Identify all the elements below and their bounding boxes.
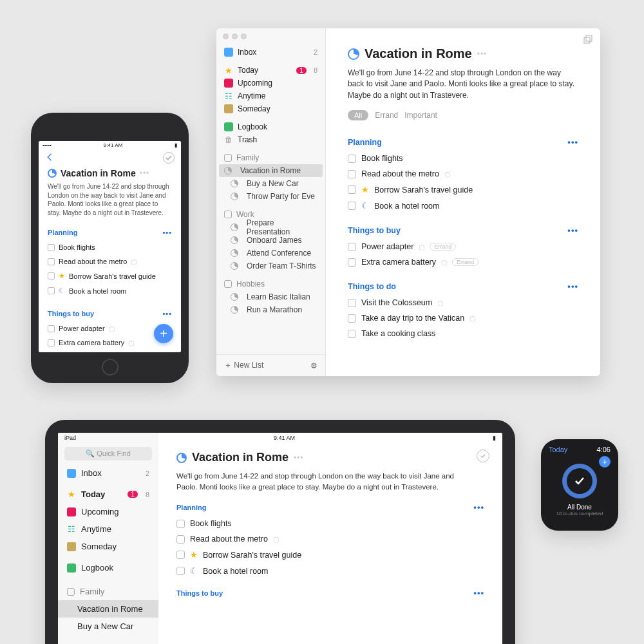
checkbox-icon[interactable] <box>176 535 185 544</box>
task-row[interactable]: Visit the Colosseum▢ <box>348 295 578 310</box>
sidebar-item-logbook[interactable]: Logbook <box>58 559 158 576</box>
section-planning-header[interactable]: Planning <box>348 138 382 147</box>
task-row[interactable]: Read about the metro▢ <box>348 166 578 182</box>
section-buy-header[interactable]: Things to buy <box>48 310 94 317</box>
checkbox-icon[interactable] <box>348 185 356 194</box>
section-buy-header[interactable]: Things to buy <box>176 589 223 597</box>
sidebar-item-upcoming[interactable]: Upcoming <box>216 77 325 90</box>
task-row[interactable]: Read about the metro▢ <box>176 531 484 547</box>
settings-icon[interactable]: ⚙ <box>310 361 317 370</box>
quick-find-input[interactable]: 🔍 Quick Find <box>64 447 152 460</box>
back-button[interactable] <box>45 153 54 164</box>
sidebar-item-logbook[interactable]: Logbook <box>216 120 325 133</box>
checkbox-icon[interactable] <box>348 258 356 267</box>
add-button[interactable]: + <box>599 456 611 468</box>
task-row[interactable]: ☾Book a hotel room <box>48 283 172 298</box>
task-row[interactable]: ★Borrow Sarah's travel guide <box>48 269 172 283</box>
sidebar-project[interactable]: Buy a New Car <box>216 177 325 190</box>
checkbox-icon[interactable] <box>348 299 356 307</box>
sidebar-item-upcoming[interactable]: Upcoming <box>58 503 158 520</box>
checkbox-icon[interactable] <box>48 244 55 251</box>
checkbox-icon[interactable] <box>48 258 55 265</box>
title-more-icon[interactable]: ••• <box>477 50 488 59</box>
checkbox-icon[interactable] <box>48 287 55 294</box>
sidebar-project[interactable]: Buy a New Car <box>58 618 158 635</box>
tag-filter-errand[interactable]: Errand <box>375 111 398 120</box>
share-icon[interactable] <box>583 35 592 46</box>
task-row[interactable]: Extra camera battery▢Errand <box>348 254 578 270</box>
sidebar-area-family[interactable]: Family <box>58 583 158 600</box>
sidebar-item-trash[interactable]: 🗑Trash <box>216 133 325 146</box>
task-row[interactable]: Take a cooking class <box>348 326 578 341</box>
task-row[interactable]: ☾Book a hotel room <box>176 563 484 579</box>
task-row[interactable]: Take a day trip to the Vatican▢ <box>348 310 578 326</box>
section-more-icon[interactable]: ••• <box>567 225 578 235</box>
home-button[interactable] <box>102 359 118 375</box>
section-more-icon[interactable]: ••• <box>162 310 172 317</box>
sidebar-project[interactable]: Prepare Presentation <box>216 221 325 234</box>
checkbox-icon[interactable] <box>48 272 55 279</box>
checkbox-icon[interactable] <box>348 170 356 178</box>
task-row[interactable]: Book flights <box>348 151 578 166</box>
sidebar-project-vacation[interactable]: Vacation in Rome <box>58 600 158 618</box>
checkbox-icon[interactable] <box>48 325 55 332</box>
checkbox-icon[interactable] <box>48 339 55 346</box>
check-circle-icon[interactable] <box>477 450 489 462</box>
task-row[interactable]: Book flights <box>176 516 484 531</box>
section-more-icon[interactable]: ••• <box>473 502 484 512</box>
add-task-button[interactable]: + <box>154 324 173 343</box>
task-row[interactable]: Read about the metro▢ <box>48 254 172 269</box>
section-more-icon[interactable]: ••• <box>567 137 578 147</box>
sidebar-item-anytime[interactable]: ☷Anytime <box>216 90 325 102</box>
section-planning-header[interactable]: Planning <box>176 504 206 511</box>
checkbox-icon[interactable] <box>176 551 185 559</box>
checkbox-icon[interactable] <box>176 520 185 528</box>
title-more-icon[interactable]: ••• <box>294 453 304 462</box>
new-list-button[interactable]: ＋ New List <box>224 360 263 371</box>
check-circle-icon[interactable] <box>163 152 175 164</box>
iphone-screen: ••••• 9:41 AM ▮ Vacation in Rome ••• We'… <box>39 141 181 352</box>
sidebar-area-hobbies[interactable]: Hobbies <box>216 278 325 290</box>
task-row[interactable]: Power adapter▢Errand <box>348 239 578 254</box>
sidebar-item-someday[interactable]: Someday <box>58 538 158 555</box>
checkbox-icon[interactable] <box>176 567 185 575</box>
project-description: We'll go from June 14-22 and stop throug… <box>348 68 578 101</box>
note-icon: ▢ <box>444 171 450 178</box>
sidebar-area-family[interactable]: Family <box>216 151 325 164</box>
title-more-icon[interactable]: ••• <box>140 169 150 178</box>
task-row[interactable]: Extra camera battery▢ <box>48 336 172 350</box>
sidebar-item-anytime[interactable]: ☷Anytime <box>58 520 158 538</box>
sidebar-item-inbox[interactable]: Inbox2 <box>216 46 325 59</box>
iphone-device: ••••• 9:41 AM ▮ Vacation in Rome ••• We'… <box>31 113 189 383</box>
section-more-icon[interactable]: ••• <box>473 588 484 598</box>
checkbox-icon[interactable] <box>348 243 356 251</box>
sidebar-project[interactable]: Throw Party for Eve <box>216 190 325 203</box>
mac-window: Inbox2 ★Today18 Upcoming ☷Anytime Someda… <box>216 28 600 376</box>
section-planning-header[interactable]: Planning <box>48 229 77 236</box>
checkbox-icon[interactable] <box>348 330 356 338</box>
section-buy-header[interactable]: Things to buy <box>348 226 401 235</box>
tag-filter-important[interactable]: Important <box>404 111 437 120</box>
section-more-icon[interactable]: ••• <box>162 229 172 236</box>
stack-icon: ☷ <box>224 91 233 100</box>
sidebar-item-someday[interactable]: Someday <box>216 102 325 115</box>
window-controls[interactable] <box>216 28 325 44</box>
task-row[interactable]: Book flights <box>48 240 172 254</box>
task-row[interactable]: ★Borrow Sarah's travel guide <box>176 547 484 563</box>
checkbox-icon[interactable] <box>348 155 356 163</box>
task-row[interactable]: ☾Book a hotel room <box>348 198 578 214</box>
task-row[interactable]: ★Borrow Sarah's travel guide <box>348 182 578 198</box>
sidebar-item-today[interactable]: ★Today18 <box>58 486 158 503</box>
sidebar-project[interactable]: Learn Basic Italian <box>216 290 325 303</box>
sidebar-project[interactable]: Run a Marathon <box>216 303 325 316</box>
section-more-icon[interactable]: ••• <box>567 281 578 291</box>
sidebar-item-inbox[interactable]: Inbox2 <box>58 464 158 482</box>
sidebar-project[interactable]: Order Team T-Shirts <box>216 260 325 272</box>
checkbox-icon[interactable] <box>348 202 356 210</box>
section-do-header[interactable]: Things to do <box>348 282 396 291</box>
tag-filter-all[interactable]: All <box>348 110 368 120</box>
checkbox-icon[interactable] <box>348 314 356 323</box>
sidebar-item-today[interactable]: ★Today18 <box>216 64 325 77</box>
sidebar-project[interactable]: Attend Conference <box>216 247 325 260</box>
sidebar-project-vacation[interactable]: Vacation in Rome <box>219 164 323 177</box>
